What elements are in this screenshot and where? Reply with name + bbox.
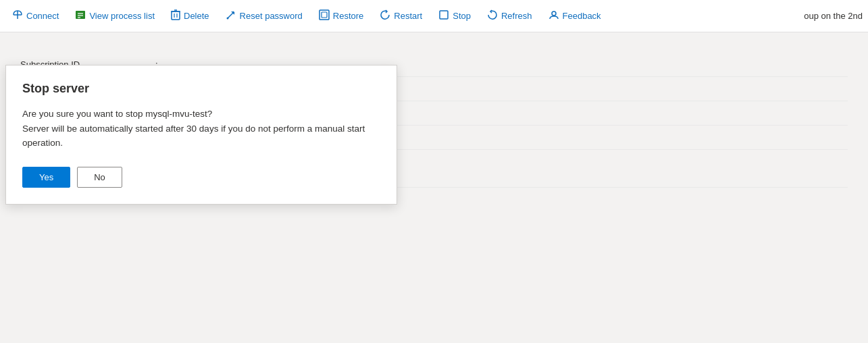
toolbar-stop[interactable]: Stop — [432, 5, 478, 26]
stop-label: Stop — [453, 11, 471, 21]
dialog-title: Stop server — [22, 82, 380, 96]
stop-icon — [438, 9, 449, 22]
main-content: Stop server Are you sure you want to sto… — [0, 32, 868, 208]
delete-label: Delete — [184, 11, 209, 21]
no-button[interactable]: No — [77, 167, 122, 188]
svg-rect-13 — [322, 12, 327, 18]
toolbar-restart[interactable]: Restart — [373, 5, 429, 26]
reset-password-label: Reset password — [240, 11, 303, 21]
modal-overlay: Stop server Are you sure you want to sto… — [0, 32, 868, 208]
restart-icon — [380, 9, 390, 22]
dialog-message-line2: Server will be automatically started aft… — [22, 122, 380, 151]
refresh-icon — [487, 9, 498, 22]
toolbar-connect[interactable]: Connect — [5, 5, 66, 26]
feedback-icon — [548, 9, 559, 22]
restore-icon — [319, 9, 330, 22]
toolbar-view-process-list[interactable]: View process list — [68, 5, 161, 26]
svg-rect-12 — [320, 10, 329, 20]
toolbar-reset-password[interactable]: Reset password — [219, 5, 309, 26]
connect-label: Connect — [26, 11, 59, 21]
yes-button[interactable]: Yes — [22, 167, 70, 188]
svg-point-15 — [552, 11, 556, 16]
dialog-buttons: Yes No — [22, 167, 380, 188]
toolbar: Connect View process list Delete — [0, 0, 868, 32]
restore-label: Restore — [333, 11, 364, 21]
delete-icon — [171, 9, 180, 22]
toolbar-refresh[interactable]: Refresh — [480, 5, 539, 26]
svg-rect-14 — [440, 11, 448, 19]
dialog-body: Are you sure you want to stop mysql-mvu-… — [22, 107, 380, 151]
view-process-list-label: View process list — [89, 11, 155, 21]
svg-point-11 — [226, 18, 228, 20]
toolbar-feedback[interactable]: Feedback — [542, 5, 608, 26]
connect-icon — [12, 9, 23, 22]
toolbar-delete[interactable]: Delete — [164, 5, 216, 26]
dialog-message-line1: Are you sure you want to stop mysql-mvu-… — [22, 107, 380, 122]
reset-password-icon — [226, 9, 236, 22]
restart-label: Restart — [394, 11, 422, 21]
view-process-list-icon — [75, 9, 86, 22]
truncated-text: oup on the 2nd — [804, 11, 863, 21]
refresh-label: Refresh — [501, 11, 532, 21]
svg-rect-6 — [172, 11, 180, 20]
feedback-label: Feedback — [563, 11, 601, 21]
stop-server-dialog: Stop server Are you sure you want to sto… — [5, 65, 397, 205]
toolbar-restore[interactable]: Restore — [312, 5, 371, 26]
